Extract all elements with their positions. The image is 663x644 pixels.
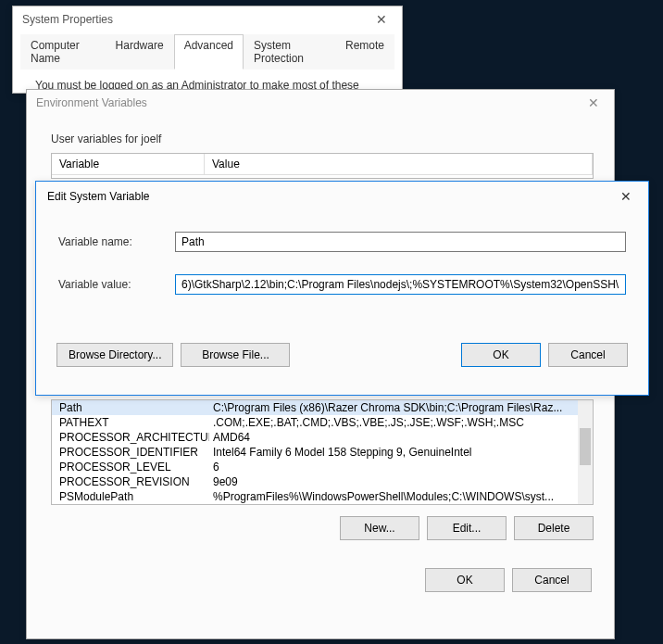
var-name-cell: PROCESSOR_REVISION [52,475,209,488]
scroll-thumb[interactable] [580,428,591,465]
ok-button[interactable]: OK [461,343,541,367]
var-value-cell: .COM;.EXE;.BAT;.CMD;.VBS;.VBE;.JS;.JSE;.… [209,416,593,429]
table-row[interactable]: PROCESSOR_LEVEL 6 [52,460,593,474]
column-header-value[interactable]: Value [205,154,593,174]
tab-hardware[interactable]: Hardware [106,34,174,69]
browse-directory-button[interactable]: Browse Directory... [56,343,173,367]
var-name-cell: PROCESSOR_IDENTIFIER [52,446,209,459]
cancel-button[interactable]: Cancel [512,568,592,592]
tab-computer-name[interactable]: Computer Name [20,34,106,69]
sysprops-titlebar: System Properties ✕ [13,6,402,32]
editvar-titlebar: Edit System Variable ✕ [36,182,648,211]
system-properties-window: System Properties ✕ Computer Name Hardwa… [12,6,403,94]
var-name-cell: PROCESSOR_LEVEL [52,461,209,474]
table-row[interactable]: Path C:\Program Files (x86)\Razer Chroma… [52,400,593,415]
edit-system-variable-dialog: Edit System Variable ✕ Variable name: Va… [35,181,649,396]
table-row[interactable]: PROCESSOR_ARCHITECTURE AMD64 [52,430,593,445]
tab-system-protection[interactable]: System Protection [244,34,335,69]
close-icon[interactable]: ✕ [582,95,605,110]
var-value-cell: AMD64 [209,431,593,444]
variable-name-input[interactable] [175,232,626,252]
table-row[interactable]: PROCESSOR_IDENTIFIER Intel64 Family 6 Mo… [52,445,593,460]
var-value-cell: %ProgramFiles%\WindowsPowerShell\Modules… [209,490,593,503]
table-row[interactable]: PSModulePath %ProgramFiles%\WindowsPower… [52,489,593,504]
variable-value-label: Variable value: [58,278,175,291]
edit-button[interactable]: Edit... [427,516,507,540]
delete-button[interactable]: Delete [514,516,594,540]
envvars-titlebar: Environment Variables ✕ [27,90,614,116]
envvars-title: Environment Variables [36,96,147,109]
scrollbar[interactable] [578,400,593,504]
var-name-cell: Path [52,401,209,414]
tab-remote[interactable]: Remote [335,34,394,69]
editvar-title: Edit System Variable [47,190,150,203]
new-button[interactable]: New... [340,516,419,540]
close-icon[interactable]: ✕ [615,189,637,204]
sysprops-tabs: Computer Name Hardware Advanced System P… [20,34,394,69]
var-value-cell: 6 [209,461,593,474]
var-value-cell: 9e09 [209,475,593,488]
var-name-cell: PATHEXT [52,416,209,429]
ok-button[interactable]: OK [425,568,505,592]
cancel-button[interactable]: Cancel [548,343,628,367]
var-value-cell: Intel64 Family 6 Model 158 Stepping 9, G… [209,446,593,459]
table-row[interactable]: PATHEXT .COM;.EXE;.BAT;.CMD;.VBS;.VBE;.J… [52,415,593,430]
variable-name-label: Variable name: [58,235,175,248]
column-header-variable[interactable]: Variable [52,154,205,174]
system-variables-table: Path C:\Program Files (x86)\Razer Chroma… [51,399,594,505]
tab-advanced[interactable]: Advanced [174,34,244,69]
var-name-cell: PROCESSOR_ARCHITECTURE [52,431,209,444]
user-variables-table: Variable Value [51,153,594,179]
var-name-cell: PSModulePath [52,490,209,503]
var-value-cell: C:\Program Files (x86)\Razer Chroma SDK\… [209,401,593,414]
table-row[interactable]: PROCESSOR_REVISION 9e09 [52,474,593,489]
user-variables-label: User variables for joelf [51,133,594,145]
close-icon[interactable]: ✕ [370,12,393,27]
variable-value-input[interactable] [175,274,626,295]
browse-file-button[interactable]: Browse File... [181,343,290,367]
sysprops-title: System Properties [22,13,113,26]
